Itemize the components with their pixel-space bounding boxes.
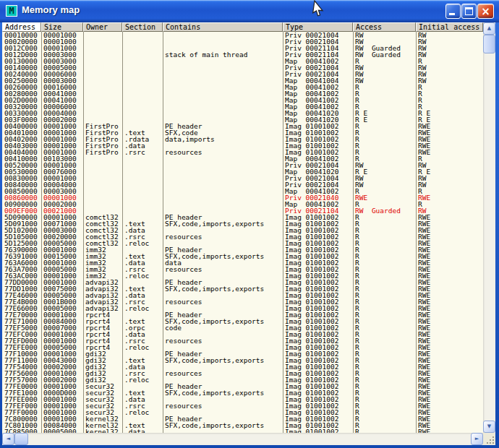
cell-contains: [163, 110, 283, 116]
cell-section: [122, 181, 163, 188]
mouse-cursor: [310, 0, 329, 19]
cell-access: R: [353, 240, 416, 246]
cell-section: [122, 38, 163, 45]
cell-section: [122, 32, 163, 38]
resize-grip-icon: [492, 442, 494, 444]
app-icon: M: [6, 5, 17, 17]
cell-owner: [83, 38, 122, 45]
minimize-icon: [449, 13, 455, 15]
scroll-up-button[interactable]: ▲: [483, 22, 495, 35]
cell-owner: [83, 77, 122, 84]
cell-owner: [83, 194, 122, 201]
cell-section: [122, 201, 163, 207]
cell-access: R: [353, 227, 416, 233]
cell-contains: SFX,code,imports,exports: [163, 389, 283, 396]
cell-owner: FirstPro: [83, 149, 122, 155]
cell-access: R: [353, 370, 416, 376]
cell-access: RW Guarded: [353, 207, 416, 214]
cell-contains: [163, 162, 283, 168]
cell-access: R: [353, 331, 416, 337]
cell-owner: [83, 175, 122, 181]
cell-access: R: [353, 136, 416, 142]
cell-access: R: [353, 214, 416, 220]
cell-section: .reloc: [122, 272, 163, 279]
cell-access: R: [353, 383, 416, 389]
cell-access: R: [353, 389, 416, 396]
column-header-owner[interactable]: Owner: [83, 22, 122, 32]
scroll-right-button[interactable]: ►: [471, 433, 483, 445]
column-divider: [353, 32, 354, 433]
cell-owner: [83, 84, 122, 90]
cell-owner: [83, 90, 122, 97]
cell-initial_access: RW: [416, 181, 483, 188]
cell-contains: [163, 201, 283, 207]
maximize-button[interactable]: [461, 4, 477, 19]
resize-grip[interactable]: [483, 433, 495, 445]
cell-access: R: [353, 318, 416, 324]
cell-access: R: [353, 344, 416, 350]
column-header-contains[interactable]: Contains: [163, 22, 283, 32]
vertical-scroll-thumb[interactable]: [483, 35, 495, 53]
column-header-type[interactable]: Type: [283, 22, 353, 32]
cell-contains: [163, 71, 283, 77]
cell-contains: code: [163, 324, 283, 331]
close-button[interactable]: ×: [477, 4, 494, 19]
cell-owner: [83, 201, 122, 207]
column-header-initial_access[interactable]: Initial access: [416, 22, 483, 32]
cell-access: R: [353, 422, 416, 428]
column-header-section[interactable]: Section: [122, 22, 163, 32]
cell-access: R: [353, 84, 416, 90]
cell-owner: [83, 32, 122, 38]
cell-contains: SFX,code,imports,exports: [163, 285, 283, 292]
horizontal-scrollbar[interactable]: ◄ ►: [2, 433, 483, 445]
cell-access: R: [353, 396, 416, 402]
cell-access: R: [353, 142, 416, 149]
cell-section: [122, 103, 163, 110]
cell-initial_access: RWE: [416, 194, 483, 201]
cell-section: [122, 116, 163, 123]
cell-section: [122, 58, 163, 64]
cell-contains: stack of main thread: [163, 51, 283, 58]
cell-initial_access: RW: [416, 51, 483, 58]
title-bar[interactable]: M Memory map ×: [0, 0, 499, 22]
chevron-up-icon: ▲: [487, 25, 491, 31]
cell-owner: [83, 181, 122, 188]
column-divider: [41, 32, 42, 433]
column-header-access[interactable]: Access: [353, 22, 416, 32]
cell-owner: [83, 51, 122, 58]
memory-map-window: M Memory map × AddressSizeOwnerSectionCo…: [0, 0, 499, 448]
cell-access: R: [353, 357, 416, 363]
cell-section: [122, 97, 163, 103]
cell-owner: [83, 71, 122, 77]
cell-section: [122, 175, 163, 181]
cell-contains: [163, 84, 283, 90]
cell-section: [122, 64, 163, 71]
table-body[interactable]: 0001000000001000Priv 00021004RWRW0002000…: [2, 32, 483, 433]
cell-contains: [163, 103, 283, 110]
chevron-right-icon: ►: [475, 436, 479, 441]
scroll-left-button[interactable]: ◄: [2, 433, 14, 445]
cell-access: R: [353, 415, 416, 422]
cell-owner: [83, 97, 122, 103]
cell-owner: [83, 110, 122, 116]
cell-section: .reloc: [122, 240, 163, 246]
cell-contains: [163, 32, 283, 38]
scroll-down-button[interactable]: ▼: [483, 421, 495, 433]
cell-access: R: [353, 363, 416, 370]
cell-section: [122, 77, 163, 84]
horizontal-scroll-thumb[interactable]: [14, 433, 28, 445]
minimize-button[interactable]: [445, 4, 461, 19]
cell-contains: resources: [163, 233, 283, 240]
column-header-address[interactable]: Address: [2, 22, 41, 32]
column-divider: [283, 32, 283, 433]
cell-section: [122, 188, 163, 194]
cell-owner: [83, 45, 122, 51]
cell-access: R: [353, 90, 416, 97]
cell-access: R: [353, 311, 416, 318]
cell-initial_access: R: [416, 97, 483, 103]
vertical-scrollbar[interactable]: ▲ ▼: [483, 22, 495, 433]
cell-owner: [83, 103, 122, 110]
chevron-left-icon: ◄: [7, 436, 10, 441]
column-header-size[interactable]: Size: [41, 22, 83, 32]
close-icon: ×: [481, 5, 490, 18]
